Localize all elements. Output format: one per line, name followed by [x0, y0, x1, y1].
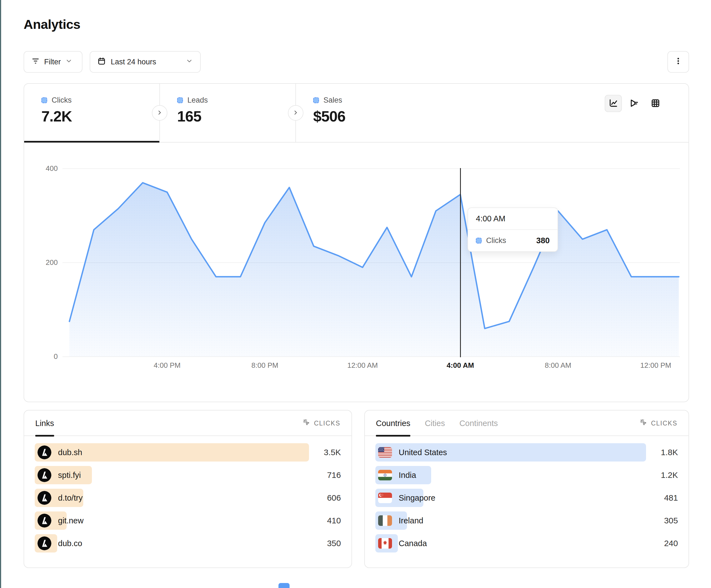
list-item-value: 305	[664, 512, 678, 530]
leads-tab-label: Leads	[187, 96, 208, 105]
chart-view-toggles	[605, 95, 664, 112]
list-item[interactable]: git.new410	[35, 512, 341, 530]
more-menu-button[interactable]	[667, 51, 689, 73]
tooltip-time: 4:00 AM	[468, 208, 558, 230]
chart-tooltip: 4:00 AM Clicks 380	[468, 207, 558, 252]
tooltip-value: 380	[536, 236, 550, 245]
x-axis-tick-label: 8:00 AM	[545, 361, 571, 370]
clicks-area-chart[interactable]	[64, 165, 683, 359]
list-item[interactable]: India1.2K	[375, 466, 678, 484]
in-flag-icon	[378, 470, 392, 480]
y-axis-tick-label: 0	[24, 352, 58, 361]
list-item[interactable]: dub.co350	[35, 534, 341, 552]
links-metric-label: CLICKS	[314, 420, 340, 427]
clicks-legend-chip	[41, 97, 47, 103]
dub-logo-icon	[38, 514, 51, 527]
countries-panel-header: Countries Cities Continents CLICKS	[365, 410, 689, 436]
filter-button[interactable]: Filter	[24, 51, 83, 73]
leads-tab-value: 165	[177, 108, 201, 125]
chart-crosshair	[460, 168, 461, 357]
stats-tabs-row: Clicks 7.2K Leads 165 Sales $506	[24, 84, 689, 142]
clicks-tab-label: Clicks	[52, 96, 72, 105]
list-item-value: 240	[664, 534, 678, 552]
sales-tab-value: $506	[313, 108, 345, 125]
sales-legend-chip	[313, 97, 319, 103]
line-chart-icon	[608, 98, 618, 109]
chevron-down-icon	[65, 58, 72, 67]
us-flag-icon	[378, 447, 392, 458]
analytics-page: Analytics Filter Last 24 hours Clicks 7.…	[0, 0, 711, 588]
list-item-value: 1.2K	[661, 466, 678, 484]
date-range-label: Last 24 hours	[111, 58, 156, 66]
y-axis-tick-label: 400	[24, 164, 58, 173]
tab-continents[interactable]: Continents	[459, 410, 498, 436]
tab-cities[interactable]: Cities	[425, 410, 445, 436]
links-list: dub.sh3.5Kspti.fyi716d.to/try606git.new4…	[35, 443, 341, 557]
list-item-value: 606	[327, 489, 341, 507]
calendar-icon	[98, 57, 106, 67]
list-item-label: India	[399, 471, 416, 480]
sg-flag-icon	[378, 493, 392, 503]
list-item[interactable]: United States1.8K	[375, 443, 678, 461]
x-axis-tick-label: 4:00 AM	[447, 361, 474, 370]
chevron-down-icon	[186, 58, 193, 67]
tab-clicks[interactable]: Clicks 7.2K	[24, 84, 159, 142]
page-title: Analytics	[24, 17, 80, 32]
chart-area-texture	[69, 183, 679, 357]
leads-legend-chip	[177, 97, 183, 103]
funnel-chart-icon	[629, 98, 639, 109]
list-item[interactable]: Ireland305	[375, 512, 678, 530]
kebab-menu-icon	[674, 57, 683, 67]
list-item[interactable]: Singapore481	[375, 489, 678, 507]
list-item-label: spti.fyi	[58, 471, 81, 480]
expand-sales-button[interactable]	[288, 105, 303, 121]
line-chart-toggle[interactable]	[605, 95, 622, 112]
expand-leads-button[interactable]	[152, 105, 167, 121]
tooltip-series-label: Clicks	[486, 236, 532, 245]
filter-button-label: Filter	[44, 58, 61, 66]
x-axis-tick-label: 12:00 AM	[347, 361, 378, 370]
list-item[interactable]: dub.sh3.5K	[35, 443, 341, 461]
tab-leads[interactable]: Leads 165	[160, 84, 295, 142]
x-axis-tick-label: 12:00 PM	[640, 361, 671, 370]
date-range-button[interactable]: Last 24 hours	[90, 51, 201, 73]
list-item-label: United States	[399, 448, 447, 457]
tab-sales[interactable]: Sales $506	[296, 84, 440, 142]
list-item-label: d.to/try	[58, 493, 83, 502]
ie-flag-icon	[378, 515, 392, 526]
countries-metric-selector[interactable]: CLICKS	[639, 410, 677, 436]
dub-logo-icon	[38, 446, 51, 459]
filter-icon	[31, 57, 40, 67]
list-item-label: dub.sh	[58, 448, 82, 457]
tooltip-legend-chip	[476, 238, 482, 244]
links-metric-selector[interactable]: CLICKS	[302, 410, 340, 436]
cursor-click-icon	[302, 418, 311, 428]
list-item[interactable]: spti.fyi716	[35, 466, 341, 484]
list-item-value: 410	[327, 512, 341, 530]
countries-panel: Countries Cities Continents CLICKS Unite…	[364, 410, 689, 568]
list-item-value: 3.5K	[324, 443, 341, 461]
links-panel-header: Links CLICKS	[24, 410, 351, 436]
tab-links[interactable]: Links	[35, 410, 54, 436]
links-panel: Links CLICKS dub.sh3.5Kspti.fyi716d.to/t…	[24, 410, 352, 568]
funnel-view-toggle[interactable]	[626, 95, 643, 112]
y-axis-tick-label: 200	[24, 258, 58, 267]
clicks-tab-value: 7.2K	[41, 108, 72, 125]
list-item-value: 481	[664, 489, 678, 507]
list-item-label: dub.co	[58, 539, 82, 548]
dub-logo-icon	[38, 537, 51, 550]
countries-metric-label: CLICKS	[651, 420, 677, 427]
list-item[interactable]: d.to/try606	[35, 489, 341, 507]
list-item-label: Ireland	[399, 516, 423, 525]
table-view-toggle[interactable]	[647, 95, 664, 112]
list-item-label: Canada	[399, 539, 427, 548]
ca-flag-icon	[378, 538, 392, 549]
list-item-value: 1.8K	[661, 443, 678, 461]
chevron-right-icon	[156, 109, 163, 117]
table-grid-icon	[650, 98, 661, 109]
list-item-value: 350	[327, 534, 341, 552]
list-item[interactable]: Canada240	[375, 534, 678, 552]
tab-countries[interactable]: Countries	[376, 410, 410, 436]
x-axis-tick-label: 8:00 PM	[252, 361, 278, 370]
list-item-value: 716	[327, 466, 341, 484]
